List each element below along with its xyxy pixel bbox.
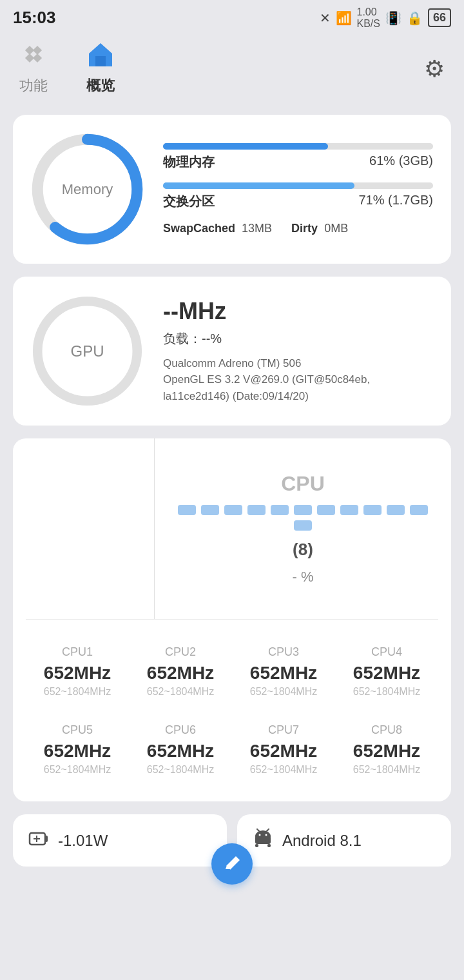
gpu-info-line2: OpenGL ES 3.2 V@269.0 (GIT@50c84eb, la11…: [163, 371, 433, 404]
cpu-item-3: CPU3 652MHz 652~1804MHz: [232, 632, 335, 710]
cpu-item-5: CPU5 652MHz 652~1804MHz: [26, 710, 129, 789]
cpu-item-name-7: CPU7: [268, 723, 299, 737]
cpu-item-4: CPU4 652MHz 652~1804MHz: [335, 632, 438, 710]
bottom-row: -1.01W: [13, 814, 451, 867]
cpu-item-name-3: CPU3: [268, 645, 299, 659]
cpu-item-1: CPU1 652MHz 652~1804MHz: [26, 632, 129, 710]
cpu-item-range-5: 652~1804MHz: [44, 764, 111, 776]
svg-line-18: [257, 829, 259, 831]
tab-features-label: 功能: [19, 76, 48, 95]
svg-rect-20: [255, 844, 258, 847]
gpu-load-value: --%: [202, 331, 222, 346]
physical-bar-fill: [163, 143, 328, 150]
svg-rect-15: [255, 836, 271, 844]
core-dot-6: [294, 505, 312, 515]
cpu-item-6: CPU6 652MHz 652~1804MHz: [129, 710, 232, 789]
cpu-core-count: (8): [293, 540, 313, 560]
status-bar: 15:03 ✕ 📶 1.00KB/S 📳 🔒 66: [0, 0, 464, 35]
android-card[interactable]: Android 8.1: [237, 814, 451, 867]
memory-donut: Memory: [31, 133, 144, 246]
core-dot-5: [271, 505, 289, 515]
svg-point-17: [266, 834, 267, 836]
memory-card: Memory 物理内存 61% (3GB) 交换分区 71% (1.7GB) S…: [13, 115, 451, 264]
memory-stats: 物理内存 61% (3GB) 交换分区 71% (1.7GB) SwapCach…: [163, 143, 433, 235]
gpu-stats: --MHz 负载：--% Qualcomm Adreno (TM) 506 Op…: [163, 298, 433, 405]
cpu-item-freq-3: 652MHz: [250, 663, 317, 683]
swapcached-section: SwapCached 13MB: [163, 222, 272, 235]
gpu-load-label: 负载：: [163, 331, 202, 346]
swapcached-value: 13MB: [242, 222, 272, 235]
cpu-item-freq-8: 652MHz: [353, 741, 420, 761]
core-dot-2: [201, 505, 219, 515]
physical-value: 61% (3GB): [369, 153, 433, 171]
android-value: Android 8.1: [282, 832, 362, 850]
cpu-item-range-3: 652~1804MHz: [250, 686, 318, 698]
power-value: -1.01W: [58, 832, 108, 850]
cpu-item-range-7: 652~1804MHz: [250, 764, 318, 776]
svg-line-19: [267, 829, 269, 831]
wifi-icon: 📶: [336, 10, 352, 26]
core-dot-7: [317, 505, 335, 515]
svg-point-16: [259, 834, 261, 836]
physical-label: 物理内存: [163, 153, 215, 171]
physical-memory-section: 物理内存 61% (3GB): [163, 143, 433, 171]
status-time: 15:03: [13, 8, 56, 28]
cpu-item-freq-2: 652MHz: [147, 663, 214, 683]
cpu-chart-right: CPU (8) - %: [155, 438, 451, 619]
vibrate-icon: 📳: [385, 10, 401, 26]
gpu-card: GPU --MHz 负载：--% Qualcomm Adreno (TM) 50…: [13, 277, 451, 426]
status-icons: ✕ 📶 1.00KB/S 📳 🔒 66: [320, 6, 452, 30]
gpu-label: GPU: [70, 342, 104, 360]
swap-bar-bg: [163, 182, 433, 189]
tab-overview[interactable]: 概览: [86, 42, 115, 95]
overview-icon: [88, 42, 113, 72]
cpu-percent: - %: [293, 569, 314, 585]
tab-features[interactable]: 功能: [19, 42, 48, 95]
cpu-card: CPU (8) - % CPU1 652MHz 652~180: [13, 438, 451, 801]
gpu-freq: --MHz: [163, 298, 433, 325]
cpu-item-name-1: CPU1: [62, 645, 93, 659]
cpu-chart-area: CPU (8) - %: [13, 438, 451, 619]
cpu-item-range-1: 652~1804MHz: [44, 686, 111, 698]
dirty-section: Dirty 0MB: [291, 222, 348, 235]
nav-tabs: 功能 概览 ⚙: [0, 35, 464, 102]
cpu-item-freq-5: 652MHz: [44, 741, 111, 761]
cpu-item-range-8: 652~1804MHz: [353, 764, 421, 776]
core-dot-9: [363, 505, 382, 515]
cpu-item-range-6: 652~1804MHz: [147, 764, 215, 776]
battery-badge: 66: [428, 8, 451, 27]
cpu-item-name-6: CPU6: [165, 723, 196, 737]
cpu-item-7: CPU7 652MHz 652~1804MHz: [232, 710, 335, 789]
swap-bar-fill: [163, 182, 354, 189]
cpu-item-freq-4: 652MHz: [353, 663, 420, 683]
core-dot-8: [340, 505, 358, 515]
cpu-grid: CPU1 652MHz 652~1804MHz CPU2 652MHz 652~…: [13, 620, 451, 801]
android-icon: [253, 828, 273, 852]
cpu-item-range-4: 652~1804MHz: [353, 686, 421, 698]
svg-rect-3: [33, 54, 42, 63]
speed-label: 1.00KB/S: [357, 6, 380, 30]
tab-overview-label: 概览: [86, 76, 115, 95]
power-icon: [28, 830, 49, 852]
cpu-item-range-2: 652~1804MHz: [147, 686, 215, 698]
swap-bar-label: 交换分区 71% (1.7GB): [163, 193, 433, 210]
memory-extra: SwapCached 13MB Dirty 0MB: [163, 222, 433, 235]
swap-value: 71% (1.7GB): [358, 193, 433, 210]
swapcached-label: SwapCached: [163, 222, 235, 235]
cpu-item-name-5: CPU5: [62, 723, 93, 737]
bottom-bar: -1.01W: [13, 814, 451, 867]
cpu-title: CPU: [281, 472, 325, 496]
gpu-info: Qualcomm Adreno (TM) 506 OpenGL ES 3.2 V…: [163, 355, 433, 405]
power-card[interactable]: -1.01W: [13, 814, 227, 867]
settings-button[interactable]: ⚙: [424, 55, 445, 83]
cpu-chart-left: [13, 438, 155, 619]
svg-rect-5: [95, 56, 106, 66]
core-dot-1: [178, 505, 196, 515]
fab-button[interactable]: [211, 843, 253, 885]
physical-bar-bg: [163, 143, 433, 150]
physical-bar-label: 物理内存 61% (3GB): [163, 153, 433, 171]
core-dot-11: [410, 505, 428, 515]
cpu-cores-dots: [155, 505, 451, 531]
core-dot-4: [247, 505, 266, 515]
core-dot-3: [224, 505, 242, 515]
